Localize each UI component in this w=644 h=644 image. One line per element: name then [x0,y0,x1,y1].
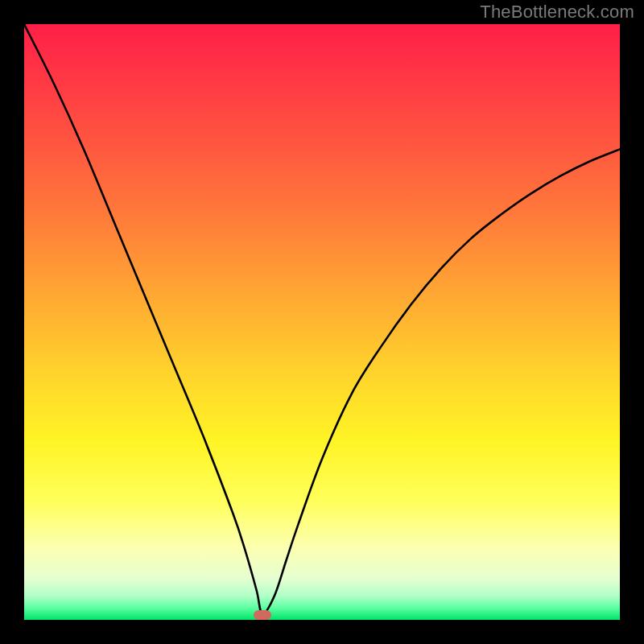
chart-root: TheBottleneck.com [0,0,644,644]
optimal-point-marker [254,610,271,620]
plot-area [24,24,620,620]
bottleneck-curve [24,24,620,620]
watermark-text: TheBottleneck.com [480,2,634,23]
